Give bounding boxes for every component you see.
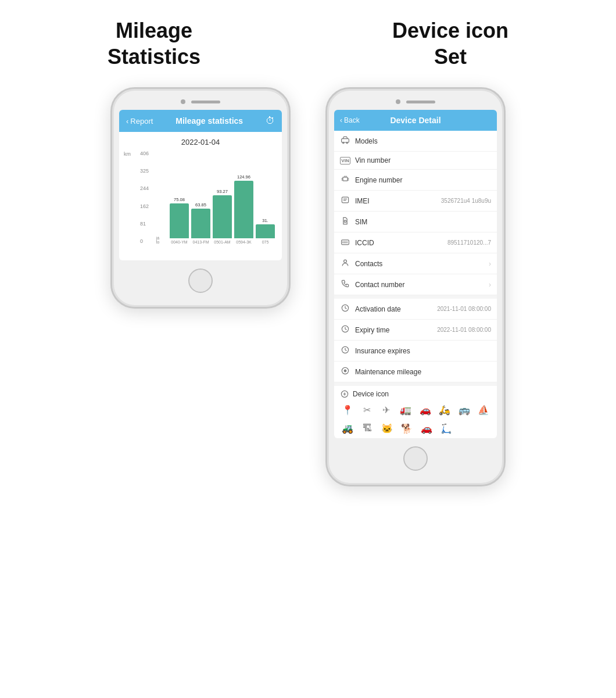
bar-value-0501am: 93.27 [217, 189, 228, 194]
activation-date-label: Activation date [355, 305, 432, 313]
svg-rect-3 [343, 177, 348, 181]
section-titles: Mileage Statistics Device icon Set [12, 17, 604, 70]
row-engine: Engine number [334, 170, 497, 191]
chart-date: 2022-01-04 [124, 138, 277, 146]
contacts-arrow-icon: › [489, 260, 491, 268]
icon-boat[interactable]: ⛵ [477, 402, 492, 417]
row-contacts[interactable]: Contacts › [334, 253, 497, 274]
home-button-right[interactable] [403, 446, 428, 471]
device-icons-row1: 📍 ✂ ✈ 🚛 🚗 🛵 🚌 ⛵ [340, 402, 491, 417]
speaker-right [406, 101, 435, 103]
vin-label: Vin number [355, 156, 491, 164]
row-contact-number[interactable]: Contact number › [334, 274, 497, 295]
svg-rect-0 [342, 139, 349, 142]
camera-right [396, 99, 400, 104]
device-detail-back-btn[interactable]: ‹ Back [340, 116, 360, 124]
icon-cat[interactable]: 🐱 [379, 421, 395, 436]
icon-bus[interactable]: 🚌 [457, 402, 472, 417]
expiry-time-value: 2022-11-01 08:00:00 [437, 327, 491, 333]
row-imei: IMEI 3526721u4 1u8u9u [334, 191, 497, 212]
icon-car[interactable]: 🚗 [418, 402, 433, 417]
speaker-left [191, 101, 220, 103]
row-expiry-time: Expiry time 2022-11-01 08:00:00 [334, 320, 497, 341]
iccid-value: 89511710120...7 [447, 239, 491, 246]
sim-icon [340, 216, 350, 227]
icon-plane[interactable]: ✈ [379, 402, 394, 417]
back-chevron-icon-right: ‹ [340, 116, 342, 124]
svg-rect-7 [344, 220, 346, 222]
chart-y-axis: 406 325 244 162 81 0 [140, 151, 149, 244]
icon-truck[interactable]: 🚛 [399, 402, 414, 417]
row-insurance: Insurance expires [334, 341, 497, 361]
bar-group-0040ym: 75.08 0040-YM [170, 197, 189, 244]
icon-location[interactable]: 📍 [340, 402, 355, 417]
imei-icon [340, 195, 350, 206]
bar-group-0501am: 93.27 0501-AM [213, 189, 232, 244]
y-tick-244: 244 [140, 186, 149, 191]
bar-value-0040ym: 75.08 [174, 197, 185, 202]
icon-tractor[interactable]: 🚜 [340, 421, 355, 436]
bar-value-075: 31. [262, 218, 268, 223]
icon-car2[interactable]: 🚗 [419, 421, 434, 436]
row-activation-date: Activation date 2021-11-01 08:00:00 [334, 299, 497, 320]
activation-date-value: 2021-11-01 08:00:00 [437, 306, 491, 312]
bar-0413fm [191, 209, 210, 238]
device-detail-screen: ‹ Back Device Detail [334, 110, 497, 438]
mileage-back-btn[interactable]: ‹ Report [126, 117, 153, 126]
y-tick-0: 0 [140, 239, 149, 244]
bar-label-05943k: 0594-3K [236, 240, 251, 244]
bar-0501am [213, 195, 232, 238]
bar-label-jato: já to [156, 236, 160, 244]
icon-scissors[interactable]: ✂ [360, 402, 375, 417]
y-tick-81: 81 [140, 221, 149, 227]
phone-notch-right [396, 99, 435, 104]
engine-label: Engine number [355, 176, 491, 184]
right-title: Device icon Set [392, 17, 508, 70]
bar-group-075: 31. 075 [256, 218, 275, 244]
home-button-left[interactable] [188, 269, 213, 293]
engine-icon [340, 174, 350, 185]
left-phone: ‹ Report Mileage statistics ⏱ 2022-01-04… [110, 87, 291, 309]
chart-container: km 406 325 244 162 81 0 j [124, 151, 277, 256]
right-phone: ‹ Back Device Detail [325, 87, 506, 486]
row-vin: VIN Vin number [334, 152, 497, 170]
device-icons-grid: 📍 ✂ ✈ 🚛 🚗 🛵 🚌 ⛵ 🚜 🏗 🐱 [340, 402, 491, 436]
svg-rect-4 [342, 197, 348, 203]
icon-dog[interactable]: 🐕 [399, 421, 414, 436]
imei-label: IMEI [355, 197, 436, 205]
camera-left [181, 99, 185, 104]
maintenance-icon [340, 366, 350, 377]
bar-0040ym [170, 203, 189, 238]
bar-group-05943k: 124.96 0594-3K [234, 174, 253, 244]
bar-group-0413fm: 63.85 0413-FM [191, 202, 210, 244]
sim-label: SIM [355, 218, 491, 226]
phones-container: ‹ Report Mileage statistics ⏱ 2022-01-04… [110, 87, 506, 486]
bar-label-0040ym: 0040-YM [171, 240, 187, 244]
bar-075 [256, 224, 275, 238]
activation-clock-icon [340, 303, 350, 314]
mileage-nav-bar: ‹ Report Mileage statistics ⏱ [119, 110, 282, 132]
row-models: Models [334, 131, 497, 152]
svg-point-2 [346, 142, 348, 144]
car-icon [340, 135, 350, 146]
row-iccid: ICCID 89511710120...7 [334, 232, 497, 253]
y-tick-325: 325 [140, 169, 149, 174]
mileage-back-label: Report [130, 117, 153, 126]
icon-bicycle[interactable]: 🛴 [439, 421, 454, 436]
device-icons-row2: 🚜 🏗 🐱 🐕 🚗 🛴 [340, 421, 491, 436]
contacts-icon [340, 258, 350, 269]
maintenance-label: Maintenance mileage [355, 368, 491, 376]
insurance-label: Insurance expires [355, 347, 491, 355]
device-icon-label: Device icon [340, 389, 491, 399]
clock-history-icon[interactable]: ⏱ [266, 116, 275, 126]
icon-scooter[interactable]: 🛵 [438, 402, 453, 417]
left-title: Mileage Statistics [108, 17, 200, 70]
bar-label-0501am: 0501-AM [214, 240, 230, 244]
svg-point-1 [343, 142, 344, 144]
expiry-clock-icon [340, 324, 350, 335]
mileage-screen: ‹ Report Mileage statistics ⏱ 2022-01-04… [119, 110, 282, 260]
chart-y-label: km [124, 151, 131, 157]
mileage-chart-area: 2022-01-04 km 406 325 244 162 81 0 [119, 132, 282, 260]
mileage-nav-title: Mileage statistics [176, 116, 243, 126]
icon-crane[interactable]: 🏗 [360, 421, 375, 436]
